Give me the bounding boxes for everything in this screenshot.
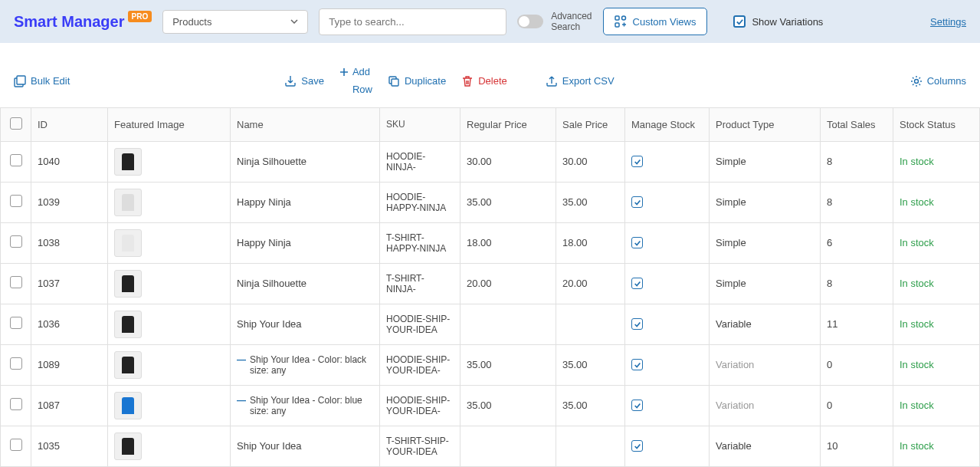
save-button[interactable]: Save: [284, 66, 324, 97]
cell-total-sales[interactable]: 11: [821, 304, 893, 344]
search-input[interactable]: [319, 8, 506, 35]
add-row-button[interactable]: Add Row: [339, 66, 372, 97]
cell-total-sales[interactable]: 6: [821, 222, 893, 263]
col-manage-stock[interactable]: Manage Stock: [625, 107, 710, 141]
cell-featured-image[interactable]: [108, 385, 231, 426]
bulk-edit-button[interactable]: Bulk Edit: [14, 75, 70, 87]
cell-featured-image[interactable]: [108, 263, 231, 304]
manage-stock-checkbox[interactable]: [631, 156, 643, 167]
cell-stock-status[interactable]: In stock: [893, 304, 980, 344]
cell-sku[interactable]: HOODIE-SHIP-YOUR-IDEA-: [380, 344, 461, 385]
manage-stock-checkbox[interactable]: [631, 196, 643, 208]
cell-featured-image[interactable]: [108, 182, 231, 222]
cell-name[interactable]: —Ship Your Idea - Color: blacksize: any: [231, 344, 380, 385]
cell-featured-image[interactable]: [108, 344, 231, 385]
cell-sku[interactable]: HOODIE-NINJA-: [380, 141, 461, 182]
cell-name[interactable]: Ship Your Idea: [231, 304, 380, 344]
cell-featured-image[interactable]: [108, 141, 231, 182]
cell-regular-price[interactable]: 20.00: [461, 263, 556, 304]
cell-total-sales[interactable]: 10: [821, 426, 893, 466]
cell-sale-price[interactable]: 35.00: [556, 385, 625, 426]
col-total-sales[interactable]: Total Sales: [821, 107, 893, 141]
cell-stock-status[interactable]: In stock: [893, 182, 980, 222]
cell-id[interactable]: 1037: [31, 263, 108, 304]
cell-sale-price[interactable]: 35.00: [556, 344, 625, 385]
settings-link[interactable]: Settings: [930, 16, 966, 28]
col-regular-price[interactable]: Regular Price: [461, 107, 556, 141]
cell-stock-status[interactable]: In stock: [893, 385, 980, 426]
cell-product-type[interactable]: Variable: [710, 304, 821, 344]
cell-name[interactable]: Happy Ninja: [231, 182, 380, 222]
manage-stock-checkbox[interactable]: [631, 359, 643, 370]
cell-id[interactable]: 1038: [31, 222, 108, 263]
show-variations-checkbox[interactable]: [733, 15, 746, 28]
cell-stock-status[interactable]: In stock: [893, 344, 980, 385]
manage-stock-checkbox[interactable]: [631, 440, 643, 452]
cell-product-type[interactable]: Simple: [710, 263, 821, 304]
cell-stock-status[interactable]: In stock: [893, 426, 980, 466]
cell-total-sales[interactable]: 8: [821, 263, 893, 304]
cell-total-sales[interactable]: 8: [821, 141, 893, 182]
cell-sku[interactable]: HOODIE-HAPPY-NINJA: [380, 182, 461, 222]
cell-id[interactable]: 1087: [31, 385, 108, 426]
row-checkbox[interactable]: [10, 235, 22, 248]
cell-featured-image[interactable]: [108, 222, 231, 263]
cell-featured-image[interactable]: [108, 426, 231, 466]
row-checkbox[interactable]: [10, 154, 22, 166]
cell-sale-price[interactable]: 18.00: [556, 222, 625, 263]
cell-name[interactable]: —Ship Your Idea - Color: bluesize: any: [231, 385, 380, 426]
manage-stock-checkbox[interactable]: [631, 400, 643, 411]
cell-name[interactable]: Ship Your Idea: [231, 426, 380, 466]
col-sku[interactable]: SKU: [380, 107, 461, 141]
cell-product-type[interactable]: Variable: [710, 426, 821, 466]
cell-sale-price[interactable]: 20.00: [556, 263, 625, 304]
col-name[interactable]: Name: [231, 107, 380, 141]
row-checkbox[interactable]: [10, 439, 22, 451]
dashboard-select[interactable]: Products: [162, 10, 308, 34]
col-featured-image[interactable]: Featured Image: [108, 107, 231, 141]
cell-sku[interactable]: T-SHIRT-HAPPY-NINJA: [380, 222, 461, 263]
cell-total-sales[interactable]: 8: [821, 182, 893, 222]
cell-regular-price[interactable]: 35.00: [461, 344, 556, 385]
advanced-search-toggle[interactable]: [517, 15, 543, 28]
cell-total-sales[interactable]: 0: [821, 344, 893, 385]
row-checkbox[interactable]: [10, 317, 22, 329]
cell-sale-price[interactable]: [556, 426, 625, 466]
manage-stock-checkbox[interactable]: [631, 318, 643, 330]
cell-stock-status[interactable]: In stock: [893, 263, 980, 304]
manage-stock-checkbox[interactable]: [631, 237, 643, 248]
cell-sku[interactable]: HOODIE-SHIP-YOUR-IDEA-: [380, 385, 461, 426]
cell-stock-status[interactable]: In stock: [893, 141, 980, 182]
col-stock-status[interactable]: Stock Status: [893, 107, 980, 141]
cell-name[interactable]: Ninja Silhouette: [231, 263, 380, 304]
row-checkbox[interactable]: [10, 276, 22, 288]
cell-name[interactable]: Happy Ninja: [231, 222, 380, 263]
cell-product-type[interactable]: Simple: [710, 222, 821, 263]
cell-regular-price[interactable]: 35.00: [461, 385, 556, 426]
cell-sku[interactable]: T-SHIRT-NINJA-: [380, 263, 461, 304]
select-all-checkbox[interactable]: [10, 117, 22, 130]
duplicate-button[interactable]: Duplicate: [388, 66, 446, 97]
cell-regular-price[interactable]: 35.00: [461, 182, 556, 222]
manage-stock-checkbox[interactable]: [631, 278, 643, 289]
export-csv-button[interactable]: Export CSV: [546, 66, 615, 97]
cell-stock-status[interactable]: In stock: [893, 222, 980, 263]
cell-id[interactable]: 1040: [31, 141, 108, 182]
cell-regular-price[interactable]: [461, 304, 556, 344]
cell-product-type[interactable]: Simple: [710, 182, 821, 222]
row-checkbox[interactable]: [10, 195, 22, 207]
cell-id[interactable]: 1036: [31, 304, 108, 344]
row-checkbox[interactable]: [10, 357, 22, 370]
cell-regular-price[interactable]: 18.00: [461, 222, 556, 263]
cell-id[interactable]: 1039: [31, 182, 108, 222]
cell-name[interactable]: Ninja Silhouette: [231, 141, 380, 182]
col-id[interactable]: ID: [31, 107, 108, 141]
cell-sale-price[interactable]: 30.00: [556, 141, 625, 182]
cell-product-type[interactable]: Variation: [710, 385, 821, 426]
cell-sale-price[interactable]: 35.00: [556, 182, 625, 222]
columns-button[interactable]: Columns: [910, 75, 966, 87]
cell-featured-image[interactable]: [108, 304, 231, 344]
cell-product-type[interactable]: Variation: [710, 344, 821, 385]
cell-sku[interactable]: T-SHIRT-SHIP-YOUR-IDEA: [380, 426, 461, 466]
delete-button[interactable]: Delete: [461, 66, 507, 97]
